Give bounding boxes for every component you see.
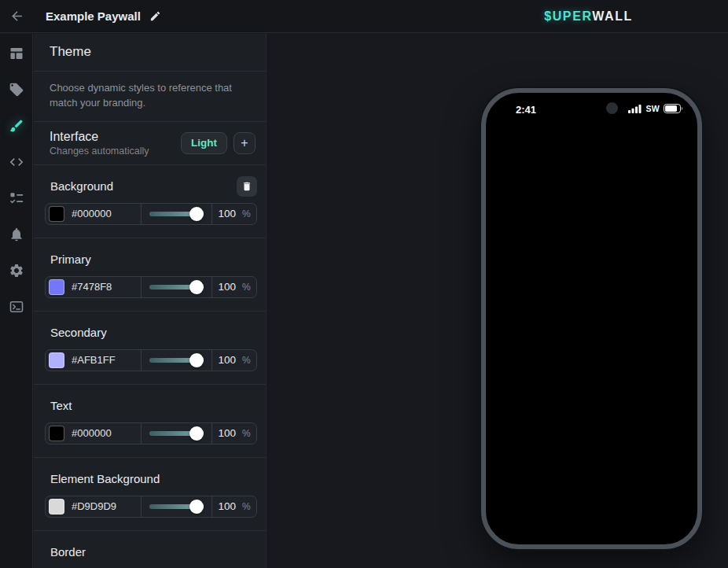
opacity-value: 100 (218, 500, 236, 512)
color-swatch[interactable] (49, 279, 64, 295)
sidebar-item-theme[interactable] (9, 118, 24, 134)
color-section: Border 100 % (34, 531, 266, 568)
brush-icon (9, 118, 24, 134)
superwall-logo: $UPERWALL (544, 9, 633, 24)
opacity-slider-thumb[interactable] (189, 426, 204, 441)
color-section-header: Text (45, 396, 257, 416)
hex-cell (46, 423, 141, 444)
opacity-slider[interactable] (149, 207, 204, 221)
opacity-value: 100 (218, 281, 236, 293)
hex-cell (46, 496, 141, 517)
color-section-label: Background (50, 179, 113, 193)
sidebar-item-notifications[interactable] (9, 227, 24, 242)
color-hex-input[interactable] (72, 208, 133, 219)
code-icon (9, 154, 24, 170)
color-section-header: Background (45, 176, 257, 197)
opacity-slider[interactable] (149, 426, 204, 441)
opacity-value: 100 (218, 354, 236, 366)
edit-title-button[interactable] (149, 10, 161, 22)
trash-icon (241, 181, 252, 192)
sidebar-item-settings[interactable] (9, 263, 24, 278)
paywall-title: Example Paywall (46, 9, 141, 23)
opacity-value: 100 (218, 208, 236, 219)
slider-cell (142, 204, 211, 224)
interface-meta: Interface Changes automatically (50, 130, 181, 157)
sidebar-item-layout[interactable] (9, 46, 24, 61)
color-section: Text 100 % (34, 385, 266, 458)
sidebar-item-code[interactable] (9, 154, 24, 170)
color-section-label: Border (50, 545, 86, 559)
layout-icon (9, 46, 24, 61)
percent-cell: 100 % (212, 204, 256, 224)
color-control-row: 100 % (45, 276, 257, 298)
arrow-left-icon (9, 9, 24, 24)
color-hex-input[interactable] (72, 281, 133, 293)
phone-mockup: 2:41 SW (481, 88, 702, 549)
interface-sublabel: Changes automatically (50, 146, 181, 157)
sidebar-item-console[interactable] (9, 299, 24, 315)
delete-color-button[interactable] (237, 176, 257, 197)
sidebar-item-tags[interactable] (9, 82, 24, 98)
interface-label: Interface (50, 130, 181, 144)
opacity-slider[interactable] (149, 500, 204, 514)
color-control-row: 100 % (45, 203, 257, 225)
opacity-unit: % (242, 428, 251, 439)
color-section-header: Primary (45, 249, 257, 270)
color-control-row: 100 % (45, 349, 257, 371)
color-section-header: Border (45, 542, 257, 562)
color-swatch[interactable] (49, 206, 64, 222)
percent-cell: 100 % (212, 423, 256, 444)
color-section-label: Element Background (50, 472, 160, 485)
back-button[interactable] (0, 0, 33, 33)
logo-teal-part: $UPER (544, 9, 592, 23)
color-hex-input[interactable] (72, 354, 133, 366)
preview-canvas: 2:41 SW (267, 34, 728, 568)
opacity-slider-thumb[interactable] (189, 207, 204, 221)
color-swatch[interactable] (49, 352, 64, 368)
color-hex-input[interactable] (72, 427, 133, 439)
front-camera-icon (606, 102, 618, 114)
opacity-slider-thumb[interactable] (189, 353, 204, 367)
sidebar-item-checklist[interactable] (9, 190, 24, 206)
slider-cell (142, 277, 211, 297)
opacity-slider-thumb[interactable] (189, 500, 204, 514)
logo-white-part: WALL (592, 9, 633, 23)
hex-cell (46, 277, 141, 297)
color-section-label: Text (50, 399, 72, 412)
color-section-label: Secondary (50, 326, 107, 339)
slider-cell (142, 496, 211, 517)
top-bar: Example Paywall $UPERWALL (0, 0, 728, 33)
tag-icon (9, 82, 24, 98)
color-section: Background 100 % (34, 165, 266, 238)
color-section-header: Secondary (45, 323, 257, 343)
opacity-slider[interactable] (149, 353, 204, 367)
panel-description: Choose dynamic styles to reference that … (34, 72, 266, 122)
opacity-slider[interactable] (149, 280, 204, 294)
interface-mode-button[interactable]: Light (181, 132, 227, 154)
status-bar-time: 2:41 (516, 104, 536, 116)
opacity-unit: % (242, 355, 251, 366)
opacity-slider-thumb[interactable] (189, 280, 204, 294)
carrier-label: SW (645, 104, 660, 113)
color-hex-input[interactable] (72, 500, 133, 512)
theme-panel: Theme Choose dynamic styles to reference… (34, 34, 267, 568)
slider-cell (142, 423, 211, 444)
opacity-unit: % (242, 282, 251, 293)
color-sections: Background 100 % (34, 165, 266, 568)
color-section-label: Primary (50, 253, 91, 266)
percent-cell: 100 % (212, 277, 256, 297)
cellular-signal-icon (628, 105, 642, 113)
hex-cell (46, 204, 141, 224)
color-section-header: Element Background (45, 469, 257, 489)
color-control-row: 100 % (45, 496, 257, 518)
percent-cell: 100 % (212, 496, 256, 517)
gear-icon (9, 263, 24, 278)
color-swatch[interactable] (49, 426, 64, 441)
phone-screen[interactable]: 2:41 SW (487, 94, 697, 544)
interface-row: Interface Changes automatically Light + (34, 122, 266, 165)
add-interface-button[interactable]: + (233, 132, 256, 154)
opacity-unit: % (242, 501, 251, 512)
pencil-icon (149, 10, 161, 22)
color-swatch[interactable] (49, 499, 64, 515)
bell-icon (9, 227, 24, 242)
